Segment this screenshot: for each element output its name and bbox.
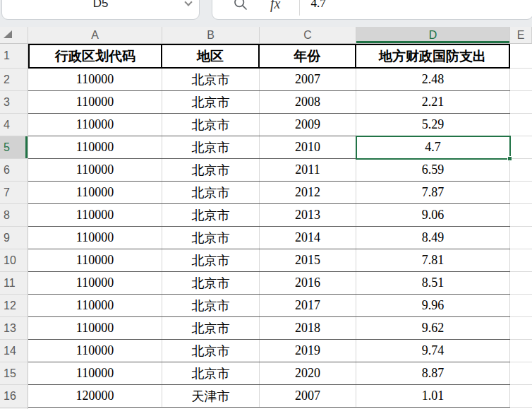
row-header-15[interactable]: 15 (0, 362, 28, 385)
cell-E5[interactable] (510, 136, 532, 159)
row-header-12[interactable]: 12 (0, 295, 28, 317)
cell-E4[interactable] (510, 114, 532, 136)
row-header-16[interactable]: 16 (0, 385, 28, 408)
cell-D4[interactable]: 5.29 (356, 114, 510, 136)
cell-D3[interactable]: 2.21 (356, 91, 510, 113)
cell-A12[interactable]: 110000 (28, 295, 162, 316)
cell-C7[interactable]: 2012 (260, 182, 356, 203)
cell-C14[interactable]: 2019 (260, 340, 356, 362)
header-cell-C1[interactable]: 年份 (260, 45, 356, 67)
header-cell-D1[interactable]: 地方财政国防支出 (356, 45, 510, 67)
cell-E7[interactable] (510, 182, 532, 204)
cell-D7[interactable]: 7.87 (356, 182, 510, 203)
cell-B2[interactable]: 北京市 (162, 69, 260, 90)
cell-D10[interactable]: 7.81 (356, 249, 510, 271)
cell-C13[interactable]: 2018 (260, 317, 356, 339)
header-cell-B1[interactable]: 地区 (162, 45, 260, 67)
cell-A11[interactable]: 110000 (28, 272, 162, 294)
cell-A3[interactable]: 110000 (28, 91, 162, 113)
cell-E11[interactable] (510, 272, 532, 295)
cell-B14[interactable]: 北京市 (162, 340, 260, 362)
row-header-3[interactable]: 3 (0, 91, 28, 114)
cell-D16[interactable]: 1.01 (356, 385, 510, 407)
row-header-4[interactable]: 4 (0, 114, 28, 136)
cell-C4[interactable]: 2009 (260, 114, 356, 136)
cell-B10[interactable]: 北京市 (162, 249, 260, 271)
cell-E13[interactable] (510, 317, 532, 340)
cell-A13[interactable]: 110000 (28, 317, 162, 339)
cell-A16[interactable]: 120000 (28, 385, 162, 407)
cell-C6[interactable]: 2011 (260, 159, 356, 181)
cell-D15[interactable]: 8.87 (356, 362, 510, 384)
cell-E16[interactable] (510, 385, 532, 408)
cell-B4[interactable]: 北京市 (162, 114, 260, 136)
cell-E12[interactable] (510, 295, 532, 317)
column-header-A[interactable]: A (28, 27, 162, 43)
row-header-6[interactable]: 6 (0, 159, 28, 182)
cell-D11[interactable]: 8.51 (356, 272, 510, 294)
row-header-10[interactable]: 10 (0, 249, 28, 272)
cell-A8[interactable]: 110000 (28, 204, 162, 226)
cell-C15[interactable]: 2020 (260, 362, 356, 384)
cell-B3[interactable]: 北京市 (162, 91, 260, 113)
row-header-14[interactable]: 14 (0, 340, 28, 362)
cell-A4[interactable]: 110000 (28, 114, 162, 136)
chevron-down-icon[interactable] (184, 0, 192, 6)
cell-D8[interactable]: 9.06 (356, 204, 510, 226)
cell-E6[interactable] (510, 159, 532, 182)
cell-B13[interactable]: 北京市 (162, 317, 260, 339)
cell-C11[interactable]: 2016 (260, 272, 356, 294)
cell-B5[interactable]: 北京市 (162, 136, 260, 158)
column-header-B[interactable]: B (162, 27, 260, 43)
cell-B8[interactable]: 北京市 (162, 204, 260, 226)
cell-C16[interactable]: 2007 (260, 385, 356, 407)
row-header-13[interactable]: 13 (0, 317, 28, 340)
cell-C2[interactable]: 2007 (260, 69, 356, 90)
cell-E9[interactable] (510, 227, 532, 249)
cell-B7[interactable]: 北京市 (162, 182, 260, 203)
cell-E14[interactable] (510, 340, 532, 362)
cell-E3[interactable] (510, 91, 532, 114)
select-all-corner[interactable] (0, 27, 28, 43)
cell-B11[interactable]: 北京市 (162, 272, 260, 294)
cell-A15[interactable]: 110000 (28, 362, 162, 384)
cell-D12[interactable]: 9.96 (356, 295, 510, 316)
cell-C8[interactable]: 2013 (260, 204, 356, 226)
cell-A14[interactable]: 110000 (28, 340, 162, 362)
cell-D14[interactable]: 9.74 (356, 340, 510, 362)
cell-E2[interactable] (510, 69, 532, 91)
cell-D13[interactable]: 9.62 (356, 317, 510, 339)
cell-E10[interactable] (510, 249, 532, 272)
cell-C10[interactable]: 2015 (260, 249, 356, 271)
cell-A2[interactable]: 110000 (28, 69, 162, 90)
cell-A10[interactable]: 110000 (28, 249, 162, 271)
row-header-2[interactable]: 2 (0, 69, 28, 91)
formula-bar[interactable]: fx 4.7 (212, 0, 532, 20)
cell-D2[interactable]: 2.48 (356, 69, 510, 90)
cell-B9[interactable]: 北京市 (162, 227, 260, 249)
column-header-E[interactable]: E (510, 27, 532, 43)
cell-A9[interactable]: 110000 (28, 227, 162, 249)
cell-B16[interactable]: 天津市 (162, 385, 260, 407)
name-box[interactable]: D5 (1, 0, 200, 20)
cell-D9[interactable]: 8.49 (356, 227, 510, 249)
search-icon[interactable] (234, 0, 248, 11)
cell-E15[interactable] (510, 362, 532, 385)
cell-E8[interactable] (510, 204, 532, 227)
cell-C5[interactable]: 2010 (260, 136, 356, 158)
column-header-D[interactable]: D (356, 27, 510, 43)
cell-D5[interactable]: 4.7 (356, 136, 510, 158)
fx-icon[interactable]: fx (270, 0, 280, 12)
cell-A6[interactable]: 110000 (28, 159, 162, 181)
row-header-1[interactable]: 1 (0, 44, 28, 69)
row-header-8[interactable]: 8 (0, 204, 28, 227)
row-header-11[interactable]: 11 (0, 272, 28, 295)
cell-A5[interactable]: 110000 (28, 136, 162, 158)
cell-B12[interactable]: 北京市 (162, 295, 260, 316)
row-header-5[interactable]: 5 (0, 136, 28, 159)
cell-A7[interactable]: 110000 (28, 182, 162, 203)
cell-C3[interactable]: 2008 (260, 91, 356, 113)
cell-C12[interactable]: 2017 (260, 295, 356, 316)
row-header-9[interactable]: 9 (0, 227, 28, 249)
cell-B6[interactable]: 北京市 (162, 159, 260, 181)
